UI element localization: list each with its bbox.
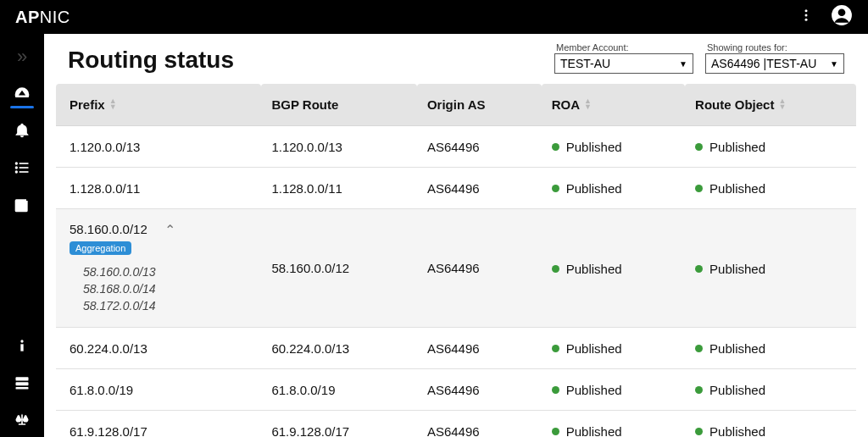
table-row[interactable]: 1.120.0.0/13 1.120.0.0/13 AS64496 Publis… <box>56 126 856 168</box>
cell-ro: Published <box>685 168 856 209</box>
sidebar-item-news[interactable] <box>0 188 44 222</box>
sidebar-item-list[interactable] <box>0 151 44 185</box>
table-row-expanded[interactable]: 58.160.0.0/12 ⌃ Aggregation 58.160.0.0/1… <box>56 209 856 328</box>
top-bar: APNIC <box>0 0 868 34</box>
sidebar-item-servers[interactable] <box>0 366 44 400</box>
cell-origin: AS64496 <box>417 369 542 411</box>
brand-logo: APNIC <box>15 8 70 27</box>
cell-ro: Published <box>685 411 856 438</box>
cell-origin: AS64496 <box>417 168 542 209</box>
svg-point-11 <box>20 340 23 342</box>
status-dot-green <box>695 143 703 151</box>
svg-rect-6 <box>19 163 29 164</box>
member-account-label: Member Account: <box>556 42 693 53</box>
svg-rect-8 <box>19 167 29 169</box>
svg-rect-12 <box>20 344 23 351</box>
svg-point-0 <box>805 9 808 12</box>
svg-point-5 <box>15 162 18 164</box>
cell-prefix: 58.160.0.0/12 ⌃ Aggregation 58.160.0.0/1… <box>56 209 261 328</box>
status-dot-green <box>552 185 559 192</box>
more-vert-icon[interactable] <box>798 8 814 26</box>
cell-roa: Published <box>542 328 685 369</box>
col-origin[interactable]: Origin AS <box>417 84 542 126</box>
svg-point-9 <box>15 170 18 173</box>
svg-rect-10 <box>19 171 29 173</box>
table-row[interactable]: 61.8.0.0/19 61.8.0.0/19 AS64496 Publishe… <box>56 369 856 411</box>
cell-origin: AS64496 <box>417 328 542 369</box>
svg-rect-13 <box>16 377 29 380</box>
status-dot-green <box>552 143 559 151</box>
child-prefix: 58.172.0.0/14 <box>70 297 251 314</box>
routes-for-label: Showing routes for: <box>707 42 844 53</box>
brand-bold: AP <box>15 8 40 26</box>
sidebar-item-info[interactable] <box>0 329 44 362</box>
servers-icon <box>14 374 31 391</box>
col-ro[interactable]: Route Object <box>685 84 856 126</box>
cell-origin: AS64496 <box>417 411 542 438</box>
col-prefix[interactable]: Prefix <box>56 84 261 126</box>
svg-point-7 <box>15 166 18 169</box>
table-row[interactable]: 1.128.0.0/11 1.128.0.0/11 AS64496 Publis… <box>56 168 856 209</box>
status-dot-green <box>552 428 559 435</box>
svg-rect-15 <box>16 387 29 390</box>
cell-prefix: 60.224.0.0/13 <box>56 328 261 369</box>
cell-bgp: 60.224.0.0/13 <box>261 328 416 369</box>
status-dot-green <box>695 386 703 394</box>
sidebar-item-dashboard[interactable] <box>0 76 44 110</box>
user-avatar-icon[interactable] <box>831 4 853 30</box>
status-dot-green <box>695 185 703 192</box>
cell-prefix: 61.9.128.0/17 <box>56 411 261 438</box>
child-prefix: 58.168.0.0/14 <box>70 280 251 297</box>
status-dot-green <box>695 428 703 435</box>
status-dot-green <box>695 345 703 352</box>
table-row[interactable]: 60.224.0.0/13 60.224.0.0/13 AS64496 Publ… <box>56 328 856 369</box>
aggregation-badge: Aggregation <box>70 241 131 255</box>
status-dot-green <box>695 265 703 273</box>
cell-roa: Published <box>542 168 685 209</box>
gauge-icon <box>14 85 31 102</box>
cell-roa: Published <box>542 209 685 328</box>
svg-rect-14 <box>16 382 29 385</box>
cell-bgp: 1.128.0.0/11 <box>261 168 416 209</box>
cell-prefix: 1.128.0.0/11 <box>56 168 261 209</box>
svg-point-2 <box>805 19 808 21</box>
cell-bgp: 1.120.0.0/13 <box>261 126 416 168</box>
prefix-value: 58.160.0.0/12 <box>70 222 147 236</box>
routing-table: Prefix BGP Route Origin AS ROA Route Obj… <box>56 84 856 437</box>
col-bgp[interactable]: BGP Route <box>261 84 416 126</box>
child-prefix: 58.160.0.0/13 <box>70 263 251 280</box>
sidebar-item-alerts[interactable] <box>0 113 44 147</box>
routes-for-selector: Showing routes for: AS64496 |TEST-AU ▼ <box>705 42 844 74</box>
svg-point-1 <box>805 14 808 17</box>
routes-for-dropdown[interactable]: AS64496 |TEST-AU ▼ <box>705 53 844 74</box>
table-row[interactable]: 61.9.128.0/17 61.9.128.0/17 AS64496 Publ… <box>56 411 856 438</box>
page-title: Routing status <box>68 47 234 74</box>
cell-origin: AS64496 <box>417 126 542 168</box>
cell-roa: Published <box>542 411 685 438</box>
member-account-dropdown[interactable]: TEST-AU ▼ <box>554 53 693 74</box>
sidebar-toggle[interactable]: » <box>17 46 27 68</box>
cell-prefix: 1.120.0.0/13 <box>56 126 261 168</box>
chevron-down-icon: ▼ <box>830 59 838 69</box>
cell-ro: Published <box>685 328 856 369</box>
svg-point-4 <box>838 8 846 16</box>
chevron-down-icon: ▼ <box>679 59 687 69</box>
sidebar: » <box>0 34 44 437</box>
member-account-value: TEST-AU <box>560 57 610 70</box>
routes-for-value: AS64496 |TEST-AU <box>711 57 816 70</box>
cell-bgp: 58.160.0.0/12 <box>261 209 416 328</box>
cell-bgp: 61.9.128.0/17 <box>261 411 416 438</box>
status-dot-green <box>552 345 559 352</box>
status-dot-green <box>552 265 559 273</box>
cell-ro: Published <box>685 209 856 328</box>
chevron-up-icon[interactable]: ⌃ <box>164 222 175 238</box>
balance-icon <box>14 412 31 429</box>
cell-roa: Published <box>542 369 685 411</box>
info-icon <box>14 337 31 354</box>
col-roa[interactable]: ROA <box>542 84 685 126</box>
brand-light: NIC <box>40 8 70 26</box>
sidebar-item-balance[interactable] <box>0 403 44 437</box>
cell-ro: Published <box>685 126 856 168</box>
newspaper-icon <box>14 196 31 213</box>
cell-prefix: 61.8.0.0/19 <box>56 369 261 411</box>
